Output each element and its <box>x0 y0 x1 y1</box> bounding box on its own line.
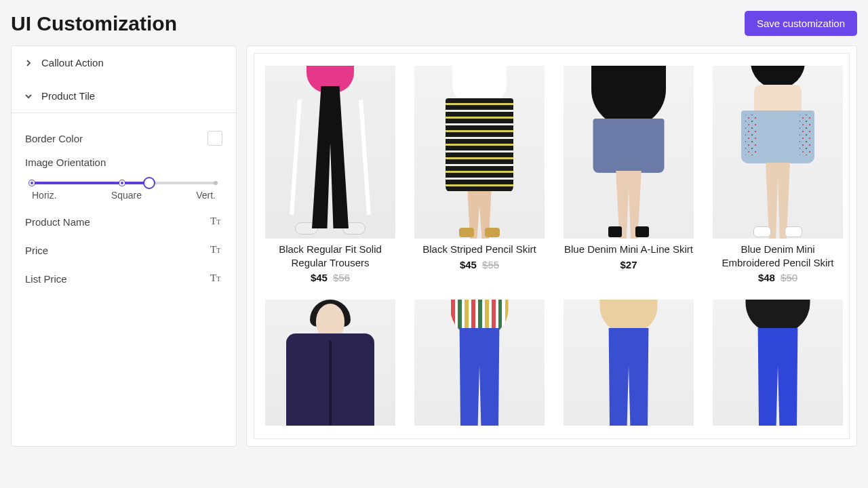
chevron-down-icon <box>24 92 33 101</box>
orientation-slider[interactable] <box>32 182 216 184</box>
product-price: $45 <box>311 272 328 283</box>
product-image <box>564 66 694 239</box>
product-price: $45 <box>460 259 477 270</box>
product-tile[interactable]: Blue Denim Mini Embroidered Pencil Skirt… <box>713 66 843 283</box>
control-label: List Price <box>25 273 67 285</box>
product-prices: $45 $55 <box>460 259 499 270</box>
product-prices: $48 $50 <box>758 272 797 283</box>
product-tile[interactable] <box>564 300 694 426</box>
product-name: Black Striped Pencil Skirt <box>422 243 536 256</box>
section-label: Callout Action <box>41 57 104 68</box>
product-tile[interactable]: Blue Denim Mini A-Line Skirt $27 <box>564 66 694 283</box>
typography-icon: TT <box>210 272 222 285</box>
save-customization-button[interactable]: Save customization <box>745 11 857 36</box>
product-tile[interactable]: Black Striped Pencil Skirt $45 $55 <box>414 66 545 283</box>
slider-label-vert: Vert. <box>196 190 216 201</box>
product-tile[interactable]: Black Regular Fit Solid Regular Trousers… <box>265 66 395 283</box>
product-tile[interactable] <box>265 300 395 426</box>
product-list-price: $50 <box>781 272 797 283</box>
control-list-price[interactable]: List Price TT <box>25 264 222 293</box>
product-image <box>713 66 843 239</box>
product-image <box>265 66 395 239</box>
product-image <box>564 300 694 426</box>
settings-sidebar: Callout Action Product Tile Border Color… <box>11 45 237 447</box>
product-name: Black Regular Fit Solid Regular Trousers <box>265 243 395 269</box>
preview-panel: Black Regular Fit Solid Regular Trousers… <box>246 45 857 447</box>
section-label: Product Tile <box>41 90 95 102</box>
control-product-name[interactable]: Product Name TT <box>25 207 222 236</box>
section-callout-action[interactable]: Callout Action <box>12 46 236 79</box>
control-label: Product Name <box>25 216 90 228</box>
product-prices: $45 $56 <box>311 272 350 283</box>
product-list-price: $55 <box>482 259 499 270</box>
product-price: $27 <box>620 259 637 270</box>
slider-label-square: Square <box>111 190 142 201</box>
section-product-tile[interactable]: Product Tile <box>12 79 236 113</box>
product-image <box>713 300 843 426</box>
product-image <box>414 300 545 426</box>
product-name: Blue Denim Mini A-Line Skirt <box>564 243 693 256</box>
typography-icon: TT <box>210 216 222 228</box>
control-label: Price <box>25 245 48 256</box>
slider-label-horiz: Horiz. <box>32 190 57 201</box>
product-image <box>265 300 395 426</box>
product-image <box>414 66 545 239</box>
product-price: $48 <box>758 272 775 283</box>
chevron-right-icon <box>24 58 33 68</box>
page-title: UI Customization <box>11 12 177 35</box>
product-tile[interactable] <box>414 300 545 426</box>
control-label: Border Color <box>25 133 83 144</box>
border-color-swatch[interactable] <box>208 131 222 146</box>
control-label: Image Orientation <box>25 157 222 168</box>
product-list-price: $56 <box>333 272 350 283</box>
control-price[interactable]: Price TT <box>25 236 222 264</box>
typography-icon: TT <box>210 244 222 256</box>
control-border-color: Border Color <box>25 123 222 154</box>
product-prices: $27 <box>620 259 637 270</box>
product-name: Blue Denim Mini Embroidered Pencil Skirt <box>713 243 843 269</box>
product-tile[interactable] <box>713 300 843 426</box>
